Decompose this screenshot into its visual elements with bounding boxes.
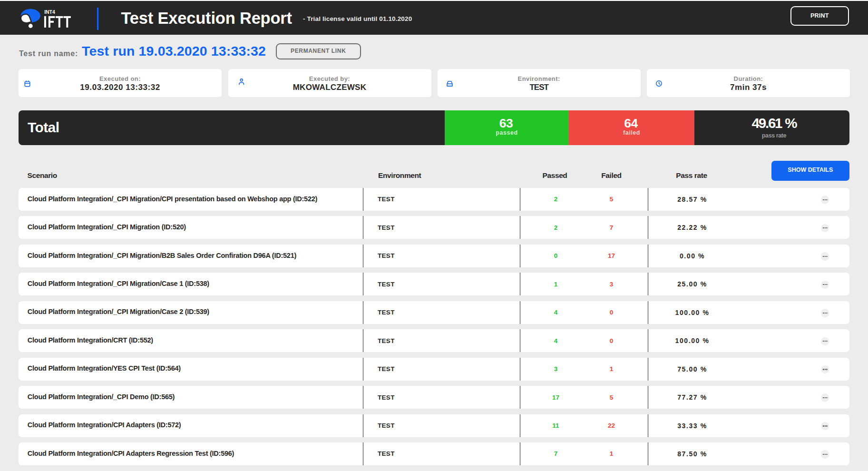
svg-text:INT4: INT4: [44, 10, 55, 15]
